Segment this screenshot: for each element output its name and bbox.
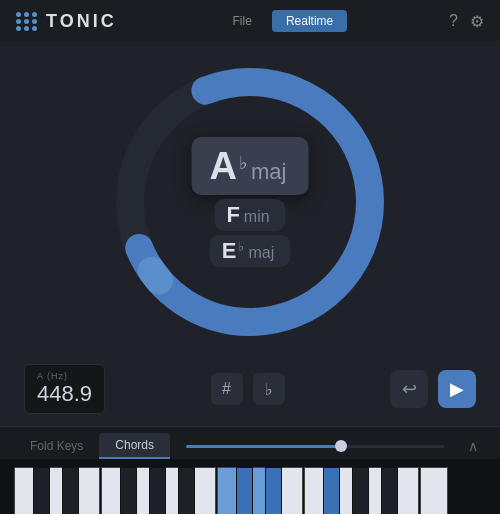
accidental-buttons: # ♭ xyxy=(211,373,285,405)
file-button[interactable]: File xyxy=(219,10,266,32)
tabs-row: Fold Keys Chords ∧ xyxy=(0,427,500,459)
help-icon[interactable]: ? xyxy=(449,12,458,30)
frequency-box: A (Hz) 448.9 xyxy=(24,364,105,414)
black-key-gs4[interactable] xyxy=(352,467,369,514)
tertiary-chord-note: E xyxy=(222,240,237,262)
playback-buttons: ↩ ▶ xyxy=(390,370,476,408)
black-key-fs3[interactable] xyxy=(120,467,137,514)
white-key-c5[interactable] xyxy=(420,467,448,514)
realtime-button[interactable]: Realtime xyxy=(272,10,347,32)
main-area: A ♭ maj F min E ♭ maj xyxy=(0,42,500,352)
bottom-panel: Fold Keys Chords ∧ .wk { position: relat… xyxy=(0,426,500,514)
slider-area[interactable] xyxy=(186,439,444,453)
black-key-cs4[interactable] xyxy=(236,467,253,514)
black-key-as4[interactable] xyxy=(381,467,398,514)
rewind-icon: ↩ xyxy=(402,378,417,400)
freq-label: A (Hz) xyxy=(37,371,92,381)
piano-container: .wk { position: relative; width: 28px; h… xyxy=(0,459,500,514)
controls-row: A (Hz) 448.9 # ♭ ↩ ▶ xyxy=(0,352,500,426)
slider-thumb[interactable] xyxy=(335,440,347,452)
play-icon: ▶ xyxy=(450,378,464,400)
rewind-button[interactable]: ↩ xyxy=(390,370,428,408)
circle-of-fifths: A ♭ maj F min E ♭ maj xyxy=(110,62,390,342)
freq-value: 448.9 xyxy=(37,381,92,407)
primary-chord-note: A xyxy=(210,147,237,185)
tab-chords[interactable]: Chords xyxy=(99,433,170,459)
black-key-cs3[interactable] xyxy=(33,467,50,514)
tertiary-chord-card[interactable]: E ♭ maj xyxy=(210,235,290,267)
slider-fill xyxy=(186,445,341,448)
sharp-button[interactable]: # xyxy=(211,373,243,405)
play-button[interactable]: ▶ xyxy=(438,370,476,408)
keyboard-wrapper: C3 C4 xyxy=(14,463,449,514)
piano-keys: .wk { position: relative; width: 28px; h… xyxy=(14,459,486,514)
black-key-ds3[interactable] xyxy=(62,467,79,514)
collapse-button[interactable]: ∧ xyxy=(460,434,486,458)
logo-area: TONIC xyxy=(16,11,117,32)
tertiary-chord-quality: maj xyxy=(248,244,274,262)
black-key-gs3[interactable] xyxy=(149,467,166,514)
black-key-fs4[interactable] xyxy=(323,467,340,514)
primary-chord-card[interactable]: A ♭ maj xyxy=(192,137,309,195)
primary-chord-quality: maj xyxy=(251,159,286,185)
black-key-ds4[interactable] xyxy=(265,467,282,514)
slider-track xyxy=(186,445,444,448)
secondary-chord-card[interactable]: F min xyxy=(214,199,285,231)
secondary-chord-quality: min xyxy=(244,208,270,226)
logo-dots xyxy=(16,12,38,31)
secondary-chord-note: F xyxy=(226,204,239,226)
chord-cards: A ♭ maj F min E ♭ maj xyxy=(192,137,309,267)
app-title: TONIC xyxy=(46,11,117,32)
flat-button[interactable]: ♭ xyxy=(253,373,285,405)
black-key-as3[interactable] xyxy=(178,467,195,514)
settings-icon[interactable]: ⚙ xyxy=(470,12,484,31)
header-menu: File Realtime xyxy=(219,10,348,32)
tab-fold-keys[interactable]: Fold Keys xyxy=(14,434,99,458)
app-header: TONIC File Realtime ? ⚙ xyxy=(0,0,500,42)
header-icons: ? ⚙ xyxy=(449,12,484,31)
tabs-left: Fold Keys Chords xyxy=(14,433,170,459)
